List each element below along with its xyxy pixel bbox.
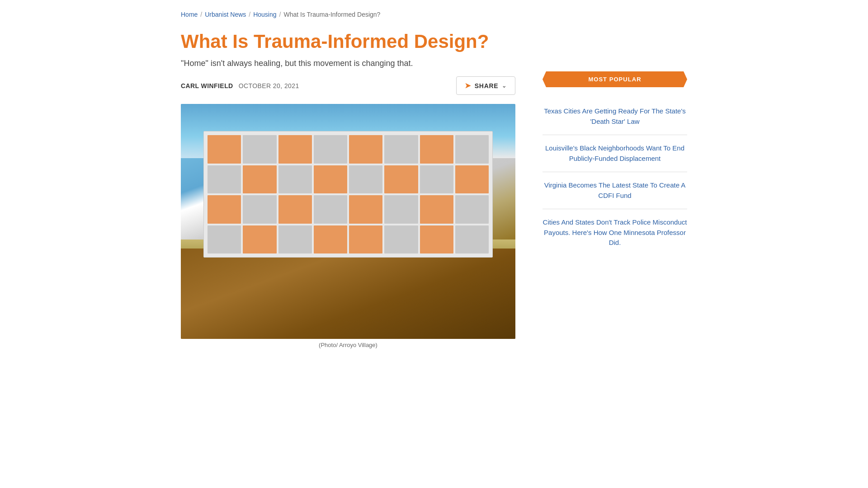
window — [243, 165, 276, 194]
window — [349, 195, 382, 224]
window — [243, 135, 276, 164]
window — [349, 135, 382, 164]
window — [384, 195, 418, 224]
popular-items-list: Texas Cities Are Getting Ready For The S… — [542, 98, 687, 256]
share-label: SHARE — [475, 82, 499, 89]
window — [455, 195, 489, 224]
window — [420, 135, 453, 164]
window — [314, 135, 347, 164]
popular-item-link-3[interactable]: Virginia Becomes The Latest State To Cre… — [544, 181, 686, 199]
breadcrumb-current: What Is Trauma-Informed Design? — [283, 11, 380, 18]
chevron-down-icon: ⌄ — [502, 83, 507, 89]
window — [455, 165, 489, 194]
window — [208, 195, 241, 224]
window — [208, 165, 241, 194]
window — [420, 195, 453, 224]
breadcrumb-home[interactable]: Home — [181, 11, 198, 18]
window — [208, 225, 241, 254]
window — [278, 165, 312, 194]
author-name: CARL WINFIELD — [181, 82, 233, 89]
window — [384, 135, 418, 164]
window — [314, 195, 347, 224]
window — [243, 195, 276, 224]
window — [349, 225, 382, 254]
popular-item-3: Virginia Becomes The Latest State To Cre… — [542, 172, 687, 209]
popular-item-4: Cities And States Don't Track Police Mis… — [542, 209, 687, 256]
window — [278, 195, 312, 224]
most-popular-badge: MOST POPULAR — [542, 71, 687, 87]
popular-item-link-1[interactable]: Texas Cities Are Getting Ready For The S… — [544, 107, 686, 125]
window — [384, 165, 418, 194]
article-title: What Is Trauma-Informed Design? — [181, 31, 515, 52]
page-wrapper: Home / Urbanist News / Housing / What Is… — [163, 0, 705, 364]
share-icon: ➤ — [465, 81, 471, 90]
window — [314, 225, 347, 254]
breadcrumb-sep-2: / — [249, 11, 250, 18]
article-image-container: (Photo/ Arroyo Village) — [181, 104, 515, 348]
window — [349, 165, 382, 194]
popular-item-link-2[interactable]: Louisville's Black Neighborhoods Want To… — [545, 144, 684, 162]
building-windows — [204, 131, 492, 257]
popular-item-link-4[interactable]: Cities And States Don't Track Police Mis… — [543, 218, 687, 246]
breadcrumb: Home / Urbanist News / Housing / What Is… — [181, 11, 687, 18]
meta-row: CARL WINFIELD OCTOBER 20, 2021 ➤ SHARE ⌄ — [181, 76, 515, 95]
window — [208, 135, 241, 164]
most-popular-header: MOST POPULAR — [542, 71, 687, 87]
window — [455, 135, 489, 164]
popular-item-2: Louisville's Black Neighborhoods Want To… — [542, 135, 687, 172]
window — [384, 225, 418, 254]
image-caption: (Photo/ Arroyo Village) — [181, 342, 515, 348]
article-subtitle: "Home" isn't always healing, but this mo… — [181, 59, 515, 68]
breadcrumb-urbanist-news[interactable]: Urbanist News — [205, 11, 246, 18]
fence-decoration — [181, 249, 515, 339]
window — [455, 225, 489, 254]
main-content: What Is Trauma-Informed Design? "Home" i… — [181, 31, 515, 353]
building-decoration — [203, 131, 493, 258]
sidebar: MOST POPULAR Texas Cities Are Getting Re… — [542, 31, 687, 256]
window — [420, 225, 453, 254]
window — [420, 165, 453, 194]
author-date: CARL WINFIELD OCTOBER 20, 2021 — [181, 82, 299, 89]
article-date: OCTOBER 20, 2021 — [239, 82, 299, 89]
content-layout: What Is Trauma-Informed Design? "Home" i… — [181, 31, 687, 353]
window — [278, 225, 312, 254]
popular-item-1: Texas Cities Are Getting Ready For The S… — [542, 98, 687, 135]
breadcrumb-sep-1: / — [200, 11, 202, 18]
breadcrumb-housing[interactable]: Housing — [253, 11, 276, 18]
breadcrumb-sep-3: / — [279, 11, 281, 18]
badge-wrapper: MOST POPULAR — [542, 71, 687, 87]
window — [243, 225, 276, 254]
window — [278, 135, 312, 164]
window — [314, 165, 347, 194]
share-button[interactable]: ➤ SHARE ⌄ — [456, 76, 515, 95]
article-image — [181, 104, 515, 339]
